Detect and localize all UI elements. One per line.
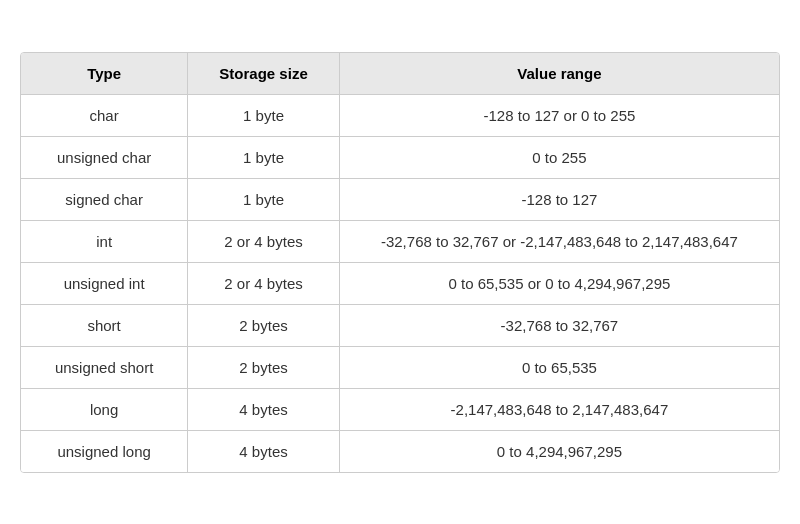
cell-type: signed char: [21, 178, 188, 220]
cell-storage: 1 byte: [188, 94, 340, 136]
cell-range: 0 to 255: [339, 136, 779, 178]
table-row: char1 byte-128 to 127 or 0 to 255: [21, 94, 779, 136]
cell-type: unsigned long: [21, 430, 188, 472]
cell-storage: 2 bytes: [188, 304, 340, 346]
cell-range: -128 to 127: [339, 178, 779, 220]
table-row: unsigned char1 byte0 to 255: [21, 136, 779, 178]
cell-range: -2,147,483,648 to 2,147,483,647: [339, 388, 779, 430]
cell-type: unsigned short: [21, 346, 188, 388]
cell-type: char: [21, 94, 188, 136]
cell-type: long: [21, 388, 188, 430]
table-row: unsigned short2 bytes0 to 65,535: [21, 346, 779, 388]
table-row: long4 bytes-2,147,483,648 to 2,147,483,6…: [21, 388, 779, 430]
table-row: short2 bytes-32,768 to 32,767: [21, 304, 779, 346]
cell-range: 0 to 65,535 or 0 to 4,294,967,295: [339, 262, 779, 304]
table-row: int2 or 4 bytes-32,768 to 32,767 or -2,1…: [21, 220, 779, 262]
cell-type: unsigned int: [21, 262, 188, 304]
cell-type: short: [21, 304, 188, 346]
cell-range: -32,768 to 32,767 or -2,147,483,648 to 2…: [339, 220, 779, 262]
cell-storage: 1 byte: [188, 178, 340, 220]
cell-type: unsigned char: [21, 136, 188, 178]
cell-storage: 2 or 4 bytes: [188, 220, 340, 262]
table-row: signed char1 byte-128 to 127: [21, 178, 779, 220]
cell-storage: 2 or 4 bytes: [188, 262, 340, 304]
cell-storage: 2 bytes: [188, 346, 340, 388]
cell-range: 0 to 4,294,967,295: [339, 430, 779, 472]
cell-range: -32,768 to 32,767: [339, 304, 779, 346]
table-row: unsigned long4 bytes0 to 4,294,967,295: [21, 430, 779, 472]
cell-storage: 1 byte: [188, 136, 340, 178]
cell-storage: 4 bytes: [188, 388, 340, 430]
data-types-table: Type Storage size Value range char1 byte…: [20, 52, 780, 473]
cell-storage: 4 bytes: [188, 430, 340, 472]
header-type: Type: [21, 53, 188, 95]
cell-range: -128 to 127 or 0 to 255: [339, 94, 779, 136]
header-storage: Storage size: [188, 53, 340, 95]
table-row: unsigned int2 or 4 bytes0 to 65,535 or 0…: [21, 262, 779, 304]
table-header-row: Type Storage size Value range: [21, 53, 779, 95]
cell-range: 0 to 65,535: [339, 346, 779, 388]
header-range: Value range: [339, 53, 779, 95]
cell-type: int: [21, 220, 188, 262]
